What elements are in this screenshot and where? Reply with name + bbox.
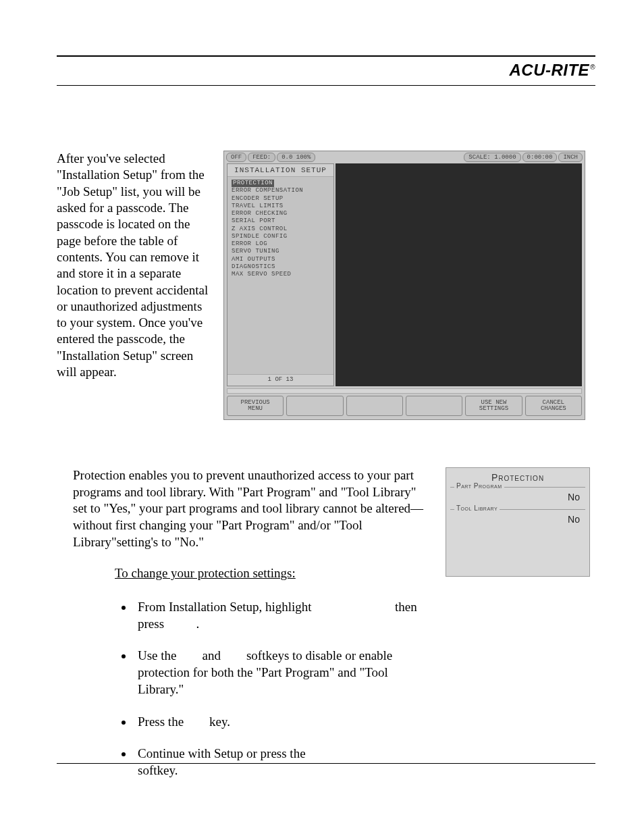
menu-item[interactable]: Error Checking <box>232 210 329 217</box>
softkey-cancel-changes[interactable]: CANCEL CHANGES <box>525 396 582 416</box>
preview-area <box>336 163 582 386</box>
menu-item[interactable]: Error Log <box>232 240 329 248</box>
status-pill: FEED: <box>248 153 275 162</box>
protection-paragraph: Protection enables you to prevent unauth… <box>73 467 433 550</box>
menu-item[interactable]: Max Servo Speed <box>232 271 329 278</box>
menu-item[interactable]: Error Compensation <box>232 187 329 194</box>
protection-subheading: To change your protection settings: <box>115 565 433 582</box>
step-3: Press the key. <box>134 713 433 730</box>
softkey-blank[interactable] <box>286 396 343 416</box>
softkey-use-new-settings[interactable]: USE NEW SETTINGS <box>465 396 522 416</box>
protection-screenshot: Protection Part Program No Tool Library … <box>446 467 590 577</box>
menu-item[interactable]: Servo Tuning <box>232 248 329 255</box>
field-label: Part Program <box>454 482 504 490</box>
step-1: From Installation Setup, highlight then … <box>134 598 433 632</box>
softkey-previous-menu[interactable]: PREVIOUS MENU <box>227 396 284 416</box>
menu-item[interactable]: Z Axis Control <box>232 226 329 233</box>
field-label: Tool Library <box>454 504 500 512</box>
menu-item[interactable]: Spindle Config <box>232 233 329 240</box>
status-pill: 0.0 100% <box>277 153 315 162</box>
menu-item[interactable]: Diagnostics <box>232 263 329 271</box>
step-4: Continue with Setup or press the softkey… <box>134 745 433 779</box>
softkey-blank[interactable] <box>406 396 462 416</box>
menu-item[interactable]: Serial Port <box>232 217 329 225</box>
status-pill: INCH <box>558 153 583 162</box>
softkey-blank[interactable] <box>346 396 403 416</box>
menu-item-protection[interactable]: Protection <box>232 180 274 187</box>
menu-footer-count: 1 OF 13 <box>227 374 333 386</box>
field-tool-library[interactable]: Tool Library No <box>450 509 585 530</box>
status-pill: SCALE: 1.0000 <box>464 153 520 162</box>
field-value: No <box>568 514 580 525</box>
intro-paragraph: After you've selected "Installation Setu… <box>57 151 209 420</box>
status-pill: 0:00:00 <box>522 153 558 162</box>
menu-item[interactable]: AMI Outputs <box>232 256 329 263</box>
brand-logo: ACU-RITE® <box>509 61 595 80</box>
installation-setup-screenshot: OFF FEED: 0.0 100% SCALE: 1.0000 0:00:00… <box>223 151 585 420</box>
step-2: Use the and softkeys to disable or enabl… <box>134 647 433 698</box>
menu-list: Protection Error Compensation Encoder Se… <box>227 177 333 374</box>
menu-item[interactable]: Encoder Setup <box>232 195 329 203</box>
menu-title: INSTALLATION SETUP <box>227 164 333 177</box>
status-pill: OFF <box>226 153 246 162</box>
menu-item[interactable]: Travel Limits <box>232 203 329 210</box>
field-value: No <box>568 492 580 502</box>
